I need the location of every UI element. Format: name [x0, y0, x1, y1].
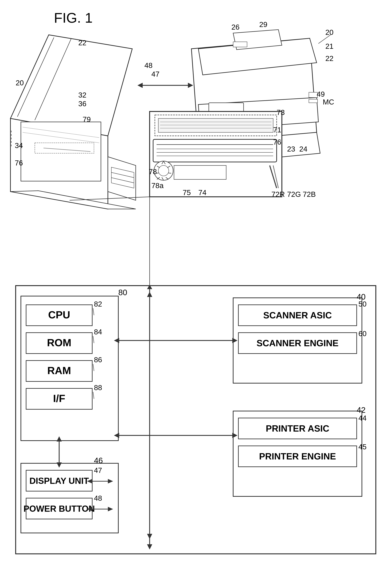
- cpu-label: CPU: [48, 309, 70, 321]
- svg-rect-5: [35, 143, 94, 153]
- top-arrow-head: [147, 285, 152, 289]
- svg-rect-12: [233, 42, 247, 47]
- ctrl-scanner-arrow-right: [232, 338, 238, 343]
- ref-72B: 72B: [303, 190, 316, 198]
- ref-34: 34: [15, 141, 23, 150]
- ref-23: 23: [287, 145, 295, 153]
- ref-46: 46: [94, 456, 103, 465]
- ref-71: 71: [273, 126, 281, 134]
- ref-80: 80: [118, 288, 127, 297]
- ref-76-left: 76: [15, 159, 23, 167]
- ctrl-printer-arrow-left: [114, 433, 119, 438]
- scanner-engine-box: [238, 333, 357, 353]
- fig-title: FIG. 1: [54, 10, 93, 26]
- ctrl-printer-arrow-right: [232, 433, 238, 438]
- sync-arrow: [138, 83, 193, 88]
- scanner-asic-label: SCANNER ASIC: [263, 310, 332, 320]
- cpu-box: [26, 305, 92, 326]
- svg-line-6: [43, 148, 90, 151]
- ref-47-illus: 47: [151, 70, 160, 78]
- ref-line-86: [93, 364, 94, 371]
- center-vert-arrow-top: [147, 292, 152, 297]
- display-ctrl-arrow-up: [56, 436, 62, 441]
- ref-78: 78: [149, 168, 157, 176]
- ref-MC: MC: [323, 98, 334, 106]
- ref-44: 44: [358, 414, 367, 422]
- svg-line-1: [35, 38, 71, 120]
- disp-arrow-left: [87, 479, 92, 483]
- scanner-section-box: [233, 298, 362, 383]
- ref-86: 86: [94, 356, 102, 364]
- svg-rect-17: [150, 112, 282, 197]
- ref-88: 88: [94, 383, 102, 392]
- rom-label: ROM: [47, 337, 71, 349]
- power-arrow-left: [87, 507, 92, 511]
- ref-line-84: [93, 336, 94, 343]
- svg-marker-32: [138, 83, 143, 88]
- ref-60: 60: [358, 330, 367, 338]
- power-button-label: POWER BUTTON: [24, 504, 95, 514]
- ref-48-illus: 48: [144, 61, 153, 70]
- ref-line-88: [93, 392, 94, 399]
- printer-engine-label: PRINTER ENGINE: [259, 451, 336, 461]
- controller-box: [21, 296, 118, 441]
- svg-rect-19: [158, 118, 273, 132]
- ref-20-right: 20: [325, 28, 334, 36]
- scanner-asic-box: [238, 305, 357, 326]
- ram-box: [26, 361, 92, 381]
- scanner-open-illustration: [11, 35, 136, 209]
- ref-26: 26: [231, 23, 239, 31]
- ref-45: 45: [358, 443, 367, 451]
- bottom-arrow-head: [147, 544, 152, 550]
- svg-rect-30: [174, 165, 226, 179]
- ref-32: 32: [78, 91, 86, 99]
- scanner-engine-label: SCANNER ENGINE: [257, 338, 339, 348]
- ref-29: 29: [259, 20, 267, 29]
- svg-rect-2: [21, 122, 101, 181]
- printer-asic-label: PRINTER ASIC: [266, 423, 329, 434]
- power-arrow-right: [108, 507, 113, 511]
- display-unit-box: [26, 470, 92, 491]
- ref-74: 74: [198, 189, 207, 197]
- display-box: [21, 463, 118, 533]
- ref-40: 40: [357, 292, 365, 301]
- svg-point-28: [154, 161, 173, 180]
- svg-line-4: [23, 132, 99, 143]
- ref-72G: 72G: [287, 190, 301, 198]
- display-ctrl-arrow-down: [56, 462, 62, 468]
- rom-box: [26, 333, 92, 353]
- center-vert-arrow-bottom: [147, 534, 152, 539]
- ref-22-left: 22: [78, 39, 86, 47]
- ref-36: 36: [78, 100, 86, 108]
- if-label: I/F: [53, 393, 65, 404]
- ctrl-scanner-arrow-left: [114, 338, 119, 343]
- ref-24: 24: [299, 145, 308, 153]
- ref-47-block: 47: [94, 466, 102, 474]
- ref-84: 84: [94, 328, 102, 336]
- printer-engine-box: [238, 446, 357, 467]
- svg-rect-13: [209, 103, 244, 124]
- ref-82: 82: [94, 300, 102, 308]
- if-box: [26, 388, 92, 409]
- scanner-closed-illustration: [191, 29, 331, 165]
- ref-42: 42: [357, 406, 365, 414]
- printer-section-box: [233, 411, 362, 496]
- svg-line-3: [23, 127, 99, 138]
- ref-49: 49: [317, 90, 325, 98]
- svg-rect-23: [153, 139, 277, 162]
- ram-label: RAM: [47, 365, 71, 376]
- display-unit-label: DISPLAY UNIT: [29, 476, 89, 486]
- ref-20-left: 20: [16, 79, 24, 87]
- svg-rect-14: [309, 92, 318, 98]
- svg-rect-15: [309, 99, 318, 103]
- printer-asic-box: [238, 418, 357, 439]
- ref-50: 50: [358, 300, 367, 308]
- ref-73: 73: [277, 108, 285, 117]
- disp-arrow-right: [108, 479, 113, 483]
- svg-rect-18: [155, 115, 277, 136]
- connecting-line: [70, 197, 150, 200]
- ref-78a: 78a: [151, 181, 164, 190]
- svg-line-16: [318, 35, 331, 44]
- ref-79: 79: [83, 115, 91, 123]
- ref-76-right: 76: [273, 138, 281, 146]
